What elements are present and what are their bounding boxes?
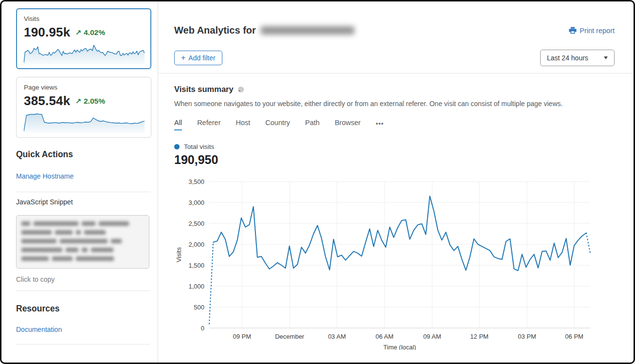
svg-text:03 AM: 03 AM — [328, 333, 346, 340]
svg-text:03 PM: 03 PM — [518, 333, 536, 340]
add-filter-button[interactable]: + Add filter — [174, 51, 222, 65]
chart-canvas[interactable]: 05001,0001,5002,0002,5003,0003,50009 PMD… — [174, 174, 615, 352]
divider — [16, 344, 150, 345]
metric-card-visits[interactable]: Visits 190.95k ↗ 4.02% — [16, 8, 151, 69]
metric-card-value: 190.95k — [24, 25, 70, 40]
trend-up-arrow-icon: ↗ — [75, 28, 81, 37]
tab-host[interactable]: Host — [236, 119, 250, 130]
tab-all[interactable]: All — [174, 119, 182, 130]
page-views-sparkline-chart — [24, 112, 145, 133]
pie-chart-help-icon — [237, 86, 244, 93]
blurred-code-line — [21, 221, 144, 226]
tab-path[interactable]: Path — [305, 119, 320, 130]
plus-icon: + — [181, 55, 185, 61]
documentation-link[interactable]: Documentation — [16, 326, 62, 333]
metric-delta-value: 4.02% — [84, 28, 105, 37]
visits-sparkline-chart — [24, 43, 145, 65]
metric-card-page-views[interactable]: Page views 385.54k ↗ 2.05% — [16, 77, 151, 138]
page-title: Web Analytics for — [174, 25, 256, 36]
blurred-code-line — [21, 248, 144, 252]
svg-text:1,000: 1,000 — [188, 283, 204, 290]
svg-text:0: 0 — [201, 325, 204, 332]
svg-text:2,000: 2,000 — [188, 241, 204, 248]
svg-text:06 AM: 06 AM — [376, 333, 394, 340]
app-window: Visits 190.95k ↗ 4.02% Page views 385.54… — [0, 0, 635, 364]
blurred-code-line — [21, 256, 144, 261]
visits-summary-section: Visits summary When someone navigates to… — [174, 73, 615, 352]
chevron-down-icon — [604, 56, 608, 59]
blurred-code-line — [21, 239, 144, 243]
svg-text:500: 500 — [194, 304, 204, 311]
metric-card-label: Page views — [24, 84, 145, 91]
blurred-code-line — [21, 230, 144, 235]
time-range-value: Last 24 hours — [547, 54, 588, 62]
sidebar: Visits 190.95k ↗ 4.02% Page views 385.54… — [1, 1, 158, 363]
main-panel: Web Analytics for Print report + Add fil… — [158, 1, 635, 363]
javascript-snippet-label: JavaScript Snippet — [16, 198, 151, 206]
legend-label: Total visits — [184, 143, 214, 150]
print-report-link[interactable]: Print report — [569, 27, 615, 35]
legend-dot-icon — [174, 144, 180, 149]
time-range-dropdown[interactable]: Last 24 hours — [540, 50, 615, 66]
svg-text:09 PM: 09 PM — [233, 333, 252, 340]
code-snippet-copy-box[interactable] — [16, 215, 149, 269]
printer-icon — [569, 27, 577, 34]
divider — [16, 192, 150, 192]
tab-referer[interactable]: Referer — [197, 119, 220, 130]
divider — [16, 291, 150, 291]
click-to-copy-hint: Click to copy — [16, 275, 151, 283]
svg-text:Time (local): Time (local) — [383, 344, 416, 350]
manage-hostname-link[interactable]: Manage Hostname — [16, 172, 73, 180]
svg-text:09 AM: 09 AM — [423, 333, 441, 340]
section-description: When someone navigates to your website, … — [174, 100, 615, 108]
add-filter-label: Add filter — [188, 54, 215, 62]
chart-legend: Total visits — [174, 143, 615, 150]
quick-actions-title: Quick Actions — [16, 149, 151, 160]
section-title: Visits summary — [174, 85, 234, 94]
visits-line-chart: 05001,0001,5002,0002,5003,0003,50009 PMD… — [174, 174, 615, 350]
blurred-domain — [261, 26, 354, 35]
trend-up-arrow-icon: ↗ — [75, 97, 81, 106]
svg-text:Visits: Visits — [175, 247, 182, 262]
more-tabs-button[interactable]: ••• — [376, 120, 384, 130]
svg-text:12 PM: 12 PM — [470, 333, 489, 340]
svg-text:3,000: 3,000 — [188, 199, 204, 206]
metric-delta-value: 2.05% — [84, 97, 105, 106]
total-visits-value: 190,950 — [174, 153, 615, 167]
svg-text:3,500: 3,500 — [188, 178, 204, 185]
svg-text:06 PM: 06 PM — [565, 333, 583, 340]
svg-text:1,500: 1,500 — [188, 262, 204, 269]
print-report-label: Print report — [580, 27, 615, 35]
tab-browser[interactable]: Browser — [335, 119, 361, 130]
svg-text:December: December — [275, 333, 305, 340]
resources-title: Resources — [16, 304, 151, 314]
tab-country[interactable]: Country — [265, 119, 290, 130]
metric-card-value: 385.54k — [24, 93, 70, 109]
metric-card-label: Visits — [24, 15, 145, 22]
summary-tabs: All Referer Host Country Path Browser ••… — [174, 119, 615, 130]
svg-text:2,500: 2,500 — [188, 220, 204, 227]
metric-delta: ↗ 4.02% — [75, 28, 105, 37]
metric-delta: ↗ 2.05% — [75, 97, 105, 106]
